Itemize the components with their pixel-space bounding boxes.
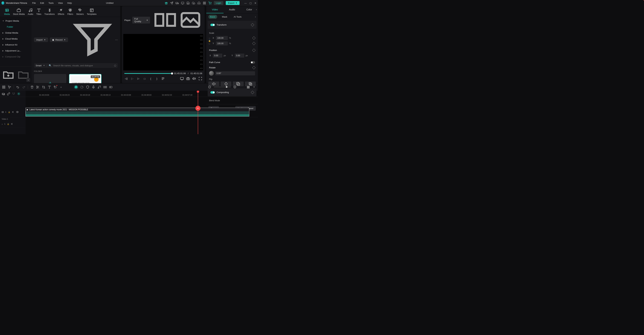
video-track-header[interactable]: 🎞1 🔒 — [0, 107, 26, 117]
keyframe-icon[interactable] — [252, 48, 256, 52]
subtab-mask[interactable]: Mask — [220, 15, 229, 19]
snapshot-mode-icon[interactable] — [179, 8, 202, 32]
video-clip[interactable]: ▶Latest Korean action comedy movie 2021 … — [26, 108, 249, 116]
preview-video[interactable] — [123, 34, 203, 70]
props-tab-color[interactable]: Color — [240, 6, 258, 13]
speed-icon[interactable] — [80, 86, 84, 89]
keyframe-icon[interactable] — [251, 23, 254, 26]
lock-icon[interactable]: 🔒 — [8, 111, 10, 113]
import-media-card[interactable]: + Import Media — [34, 74, 66, 83]
media-clip-card[interactable]: 이 영상물은 15세이상관람가 등급으로만 15세 미만은 누구나 시청할 수 … — [69, 74, 102, 83]
headphones-icon[interactable] — [198, 2, 200, 4]
quality-dropdown[interactable]: Full Quality▼ — [132, 17, 150, 24]
zoom-out-icon[interactable] — [208, 86, 212, 89]
cart-icon[interactable] — [208, 2, 212, 4]
shield-icon[interactable] — [86, 86, 89, 89]
lock-icon[interactable]: 🔒 — [7, 123, 10, 125]
filter-icon[interactable] — [72, 18, 114, 61]
volume-icon[interactable] — [11, 123, 14, 126]
props-tab-audio[interactable]: Audio — [224, 6, 241, 13]
stop-button[interactable]: □ — [143, 77, 146, 80]
cloud-icon[interactable] — [192, 2, 195, 4]
import-dropdown[interactable]: Import▼ — [34, 38, 48, 42]
progress-slider[interactable] — [124, 73, 172, 74]
text-icon[interactable] — [48, 86, 51, 89]
monitor-icon[interactable] — [181, 2, 184, 4]
search-input[interactable] — [53, 64, 112, 67]
login-button[interactable]: Login — [214, 1, 223, 5]
keyframe-icon[interactable] — [252, 66, 256, 70]
play-button[interactable]: ▷ — [136, 77, 140, 80]
flip-vertical-button[interactable] — [221, 82, 232, 86]
subtab-ai-tools[interactable]: AI Tools — [232, 15, 243, 19]
crop-icon[interactable] — [42, 86, 45, 89]
props-tab-video[interactable]: Video — [206, 6, 224, 13]
video-track[interactable]: ▶Latest Korean action comedy movie 2021 … — [26, 107, 258, 117]
maximize-icon[interactable]: ▢ — [250, 2, 252, 4]
layer-icon[interactable] — [54, 86, 57, 89]
volume-icon[interactable] — [12, 111, 14, 114]
prev-frame-button[interactable]: ◁| — [124, 77, 128, 80]
track-view-icon[interactable] — [246, 86, 250, 89]
mark-in-button[interactable]: { — [149, 77, 152, 80]
zoom-in-icon[interactable] — [233, 86, 237, 89]
tab-filters[interactable]: Filters — [67, 8, 73, 15]
collapse-sidebar-button[interactable]: ‹ — [26, 78, 30, 82]
next-frame-button[interactable]: |▷ — [130, 77, 134, 80]
menu-edit[interactable]: Edit — [40, 2, 44, 4]
tab-stickers[interactable]: Stickers — [76, 8, 84, 15]
link-icon[interactable] — [7, 92, 10, 96]
mark-out-button[interactable]: } — [155, 77, 159, 80]
path-curve-toggle[interactable] — [251, 61, 255, 64]
grid-icon[interactable] — [2, 86, 6, 89]
minimize-icon[interactable]: — — [244, 2, 247, 4]
sidebar-item-folder[interactable]: Folder — [0, 24, 32, 30]
mic-icon[interactable] — [92, 86, 95, 89]
transform-toggle[interactable] — [210, 24, 215, 26]
save-icon[interactable] — [186, 2, 190, 4]
magnet-icon[interactable] — [12, 92, 15, 96]
pos-x-input[interactable] — [213, 54, 222, 58]
send-icon[interactable] — [170, 2, 173, 4]
new-folder-icon[interactable] — [2, 68, 15, 81]
tab-media[interactable]: Media — [4, 8, 10, 15]
eye-icon[interactable] — [16, 111, 18, 114]
sidebar-item-compound-clip[interactable]: ▶Compound Clip — [0, 54, 32, 60]
audio-track-header[interactable]: ♪1 🔒 — [0, 121, 26, 128]
sidebar-item-adjustment-layer[interactable]: ▶Adjustment La... — [0, 48, 32, 54]
add-track-icon[interactable] — [2, 92, 5, 96]
lock-icon[interactable]: 🔒 — [208, 40, 211, 42]
sidebar-item-cloud-media[interactable]: ▶Cloud Media — [0, 36, 32, 42]
auto-icon[interactable] — [17, 92, 20, 96]
smart-dropdown[interactable]: Smart — [36, 64, 42, 67]
ai-button[interactable] — [74, 86, 78, 89]
menu-file[interactable]: File — [32, 2, 36, 4]
rotate-input[interactable] — [215, 71, 255, 75]
playhead[interactable]: ✂ — [198, 91, 198, 134]
undo-icon[interactable] — [16, 86, 20, 89]
display-icon[interactable] — [180, 77, 184, 80]
tab-titles[interactable]: Titles — [36, 8, 41, 15]
delete-icon[interactable] — [30, 86, 34, 89]
pos-y-input[interactable] — [235, 54, 244, 58]
tab-transitions[interactable]: Transitions — [44, 8, 55, 15]
rotate-dial[interactable] — [209, 71, 214, 76]
camera-icon[interactable] — [186, 77, 190, 80]
scale-x-input[interactable] — [216, 36, 228, 40]
timeline-tracks[interactable]: 01:44:24:04 01:44:28:23 01:44:33:18 01:4… — [26, 91, 258, 134]
truck-icon[interactable] — [176, 2, 179, 4]
cut-icon[interactable] — [36, 86, 40, 89]
keyframe-icon[interactable] — [252, 42, 256, 45]
scale-y-input[interactable] — [216, 42, 228, 46]
tab-audio[interactable]: Audio — [28, 8, 33, 15]
export-button[interactable]: Export▼ — [226, 1, 240, 5]
marker-dropdown[interactable] — [161, 77, 165, 80]
tab-effects[interactable]: Effects — [58, 8, 64, 15]
close-icon[interactable]: ✕ — [254, 2, 256, 4]
volume-icon[interactable] — [192, 77, 196, 80]
timeline-ruler[interactable]: 01:44:24:04 01:44:28:23 01:44:33:18 01:4… — [26, 91, 258, 97]
tab-stock-media[interactable]: Stock Media — [13, 8, 25, 15]
chevron-down-icon[interactable]: ▼ — [252, 86, 256, 89]
apps-icon[interactable] — [203, 2, 206, 4]
chevron-right-icon[interactable]: › — [256, 8, 257, 11]
